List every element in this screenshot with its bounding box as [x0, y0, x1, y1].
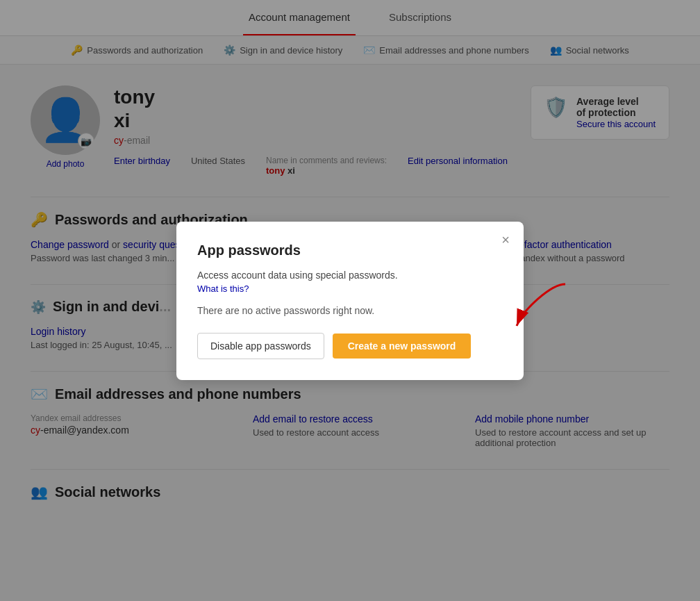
modal-no-passwords: There are no active passwords right now. [197, 305, 503, 316]
red-arrow-indicator [510, 281, 579, 336]
app-passwords-modal: App passwords × Access account data usin… [176, 222, 524, 380]
modal-close-button[interactable]: × [501, 233, 510, 247]
disable-app-passwords-button[interactable]: Disable app passwords [197, 333, 324, 359]
modal-actions: Disable app passwords Create a new passw… [197, 333, 503, 359]
modal-desc: Access account data using special passwo… [197, 270, 503, 281]
modal-title: App passwords [197, 242, 503, 258]
create-new-password-button[interactable]: Create a new password [333, 334, 472, 359]
what-is-this-link[interactable]: What is this? [197, 283, 503, 294]
modal-overlay[interactable]: App passwords × Access account data usin… [0, 0, 700, 542]
